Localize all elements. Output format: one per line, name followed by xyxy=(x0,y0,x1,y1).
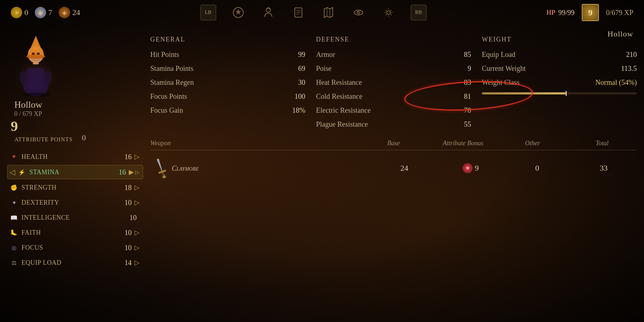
dexterity-increase-arrow[interactable]: ▷ xyxy=(135,199,140,206)
stat-equip-load-stat-value: 210 xyxy=(615,50,637,59)
faith-increase-arrow[interactable]: ▷ xyxy=(135,229,140,236)
attr-stamina-value: 16 xyxy=(112,168,126,176)
attr-faith-value: 10 xyxy=(117,229,132,237)
xp-value: 0/679 XP xyxy=(606,9,633,16)
character-area: Hollow 0 / 679 XP 9 Attribute Points 0 ♥… xyxy=(7,32,143,269)
attr-intelligence-name: Intelligence xyxy=(21,214,122,221)
stat-focus-gain: Focus Gain 18% xyxy=(150,106,305,114)
char-xp-row: 0 / 679 XP xyxy=(11,110,143,118)
weapon-base-claymore: 24 xyxy=(371,164,438,173)
stat-focus-points-value: 100 xyxy=(284,92,305,101)
nav-icon-journal[interactable] xyxy=(291,5,306,20)
nav-icon-character[interactable] xyxy=(260,5,276,20)
svg-point-25 xyxy=(33,53,34,54)
attr-faith-name: Faith xyxy=(21,229,117,236)
attr-stamina: ◁ ⚡ Stamina 16 ▶ ▷ xyxy=(7,165,143,179)
attr-health-name: Health xyxy=(21,153,117,161)
nav-icon-settings[interactable] xyxy=(381,5,396,20)
hp-value: 99/99 xyxy=(558,9,575,17)
attr-health-value: 16 xyxy=(117,153,132,161)
top-bar: ✦ 0 ◉ 7 ◈ 24 LB xyxy=(0,0,644,25)
currency-silver: ◉ 7 xyxy=(35,7,52,18)
attr-stamina-name: Stamina xyxy=(29,169,112,176)
nav-icon-skills[interactable] xyxy=(230,5,246,20)
attribute-points-label: Attribute Points xyxy=(14,136,73,143)
svg-line-30 xyxy=(158,160,162,170)
faith-icon: 🦶 xyxy=(9,228,19,237)
stat-cold-resistance: Cold Resistance 81 xyxy=(316,92,471,101)
weapon-attr-bonus-value-claymore: 9 xyxy=(475,164,479,173)
equip-load-icon: ⚖ xyxy=(9,258,19,267)
stat-poise-name: Poise xyxy=(316,64,449,73)
health-icon: ♥ xyxy=(9,152,19,161)
stat-plague-resistance-name: Plague Resistance xyxy=(316,120,449,128)
currency-gold: ✦ 0 xyxy=(11,7,28,18)
currency-display: ✦ 0 ◉ 7 ◈ 24 xyxy=(11,7,80,18)
attr-strength-name: Strength xyxy=(21,184,117,191)
stat-focus-gain-value: 18% xyxy=(284,106,305,114)
lb-button[interactable]: LB xyxy=(200,5,216,20)
attr-focus-name: Focus xyxy=(21,244,117,252)
stat-cold-resistance-value: 81 xyxy=(450,92,471,101)
currency-bronze: ◈ 24 xyxy=(59,7,80,18)
nav-icon-map[interactable] xyxy=(321,5,336,20)
general-stats-column: GENERAL Hit Points 99 Stamina Points 69 … xyxy=(150,36,305,134)
stamina-decrease-arrow[interactable]: ◁ xyxy=(10,168,15,176)
silver-icon: ◉ xyxy=(35,7,46,18)
defense-section-title: DEFENSE xyxy=(316,36,471,43)
stat-focus-points-name: Focus Points xyxy=(150,92,284,101)
stat-current-weight-value: 113.5 xyxy=(615,64,637,73)
stat-current-weight-name: Current Weight xyxy=(482,64,615,73)
other-col-header: Other xyxy=(498,140,567,147)
stat-poise: Poise 9 xyxy=(316,64,471,73)
weight-bar-fill xyxy=(482,92,566,94)
strength-increase-arrow[interactable]: ▷ xyxy=(135,184,140,191)
svg-point-1 xyxy=(266,8,270,12)
weight-class-container: Weight Class Normal (54%) xyxy=(482,78,637,94)
stat-hit-points: Hit Points 99 xyxy=(150,50,305,59)
stat-heat-resistance-name: Heat Resistance xyxy=(316,78,449,87)
stat-heat-resistance: Heat Resistance 83 xyxy=(316,78,471,87)
attribute-points-value: 0 xyxy=(82,133,86,142)
level-badge: 9 xyxy=(582,4,599,21)
weapon-col-header: Weapon xyxy=(150,140,359,147)
char-xp: 0 / 679 XP xyxy=(14,110,42,117)
stamina-increase-arrow[interactable]: ▶ xyxy=(129,168,134,176)
weight-bar-marker xyxy=(566,91,567,96)
general-section-title: GENERAL xyxy=(150,36,305,43)
gold-icon: ✦ xyxy=(11,7,22,18)
attr-bonus-icon xyxy=(463,163,473,173)
strength-icon: ✊ xyxy=(9,183,19,192)
weapon-other-claymore: 0 xyxy=(504,164,571,173)
svg-point-21 xyxy=(26,54,45,59)
weapon-table-header: Weapon Base Attribute Bonus Other Total xyxy=(150,140,637,150)
stamina-nav-right[interactable]: ▷ xyxy=(135,169,139,175)
svg-rect-14 xyxy=(27,68,45,89)
stat-focus-points: Focus Points 100 xyxy=(150,92,305,101)
nav-icon-eye[interactable] xyxy=(351,5,366,20)
character-portrait xyxy=(7,32,64,97)
hp-label: HP xyxy=(546,9,555,16)
stat-stamina-points-value: 69 xyxy=(284,64,305,73)
attribute-points-row: Attribute Points 0 xyxy=(11,133,143,143)
attr-bonus-col-header: Attribute Bonus xyxy=(428,140,498,147)
stat-weight-class-value: Normal (54%) xyxy=(594,78,637,87)
defense-stats-column: DEFENSE Armor 85 Poise 9 Heat Resistance… xyxy=(316,36,471,134)
stat-electric-resistance: Electric Resistance 78 xyxy=(316,106,471,114)
focus-increase-arrow[interactable]: ▷ xyxy=(135,244,140,252)
bronze-icon: ◈ xyxy=(59,7,70,18)
weapon-attr-bonus-claymore: 9 xyxy=(438,163,504,173)
svg-point-11 xyxy=(387,11,390,14)
stat-equip-load-stat-name: Equip Load xyxy=(482,50,615,59)
rb-button[interactable]: RB xyxy=(411,5,426,20)
stat-current-weight: Current Weight 113.5 xyxy=(482,64,637,73)
health-increase-arrow[interactable]: ▷ xyxy=(135,153,140,161)
equip-load-increase-arrow[interactable]: ▷ xyxy=(135,259,140,267)
stat-cold-resistance-name: Cold Resistance xyxy=(316,92,449,101)
silver-value: 7 xyxy=(48,8,52,17)
attr-faith: 🦶 Faith 10 ▷ xyxy=(7,226,143,239)
attributes-list: ♥ Health 16 ▷ ◁ ⚡ Stamina 16 ▶ ▷ ✊ Stren… xyxy=(7,150,143,269)
attr-equip-load-name: Equip Load xyxy=(21,259,117,267)
attr-dexterity-value: 10 xyxy=(117,199,132,207)
attr-dexterity-name: Dexterity xyxy=(21,199,117,206)
